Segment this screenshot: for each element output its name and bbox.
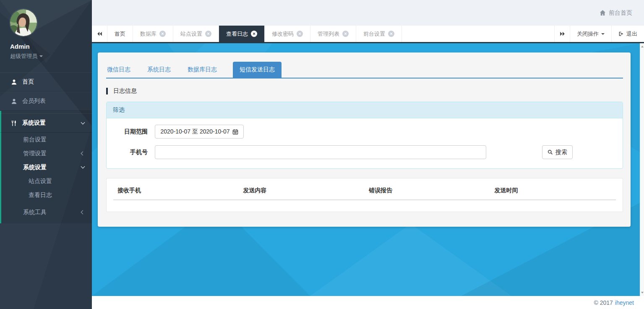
sidebar-item-site-settings[interactable]: 站点设置 [1,174,92,188]
cutlery-icon [11,120,17,126]
sidebar-menu: 首页 会员列表 系统设置 前台设置 管理设置 [0,72,92,223]
tab-admin-list[interactable]: 管理列表 [310,26,356,42]
tab-sms-log[interactable]: 短信发送日志 [233,62,282,78]
copyright-text: © 2017 [594,299,613,306]
close-icon[interactable] [342,31,349,37]
phone-input[interactable] [155,145,486,159]
tab-frontend-settings[interactable]: 前台设置 [356,26,402,42]
date-range-label: 日期范围 [113,128,155,136]
sidebar-item-admin-settings[interactable]: 管理设置 [1,147,92,160]
vertical-scrollbar[interactable] [640,43,644,296]
close-icon[interactable] [297,31,303,37]
tab-database-log[interactable]: 数据库日志 [187,62,218,78]
col-receive-phone: 接收手机 [113,183,239,200]
menu-spacer [1,202,92,205]
triangle-down-icon [641,292,644,293]
search-icon [548,149,553,155]
scroll-tabs-left-button[interactable] [92,26,107,42]
footer: © 2017 iheynet [92,296,644,309]
brand-link[interactable]: iheynet [615,299,634,306]
col-send-time: 发送时间 [490,183,616,200]
frontend-home-link[interactable]: 前台首页 [600,9,632,17]
log-card: 微信日志 系统日志 数据库日志 短信发送日志 日志信息 筛选 日期范围 2020… [98,52,631,227]
log-tabs: 微信日志 系统日志 数据库日志 短信发送日志 [106,62,623,79]
close-operations-dropdown[interactable]: 关闭操作 [570,26,611,42]
search-button[interactable]: 搜索 [542,145,573,159]
filter-panel: 筛选 日期范围 2020-10-07 至 2020-10-07 [106,102,623,169]
user-icon [11,98,17,105]
filter-panel-title: 筛选 [107,102,623,118]
user-role[interactable]: 超级管理员 [10,52,92,60]
close-icon[interactable] [159,31,166,37]
close-icon[interactable] [205,31,211,37]
tab-view-logs[interactable]: 查看日志 [219,26,265,42]
calendar-icon [232,129,238,135]
scroll-up-arrow[interactable] [640,44,644,49]
chevron-down-icon [81,165,85,169]
empty-row [113,200,616,205]
chevron-left-icon [81,152,85,156]
tabbar: 首页 数据库 站点设置 查看日志 修改密码 管理列表 前台设置 关闭操作 [92,26,644,43]
date-range-input[interactable]: 2020-10-07 至 2020-10-07 [155,125,244,139]
logout-button[interactable]: 退出 [611,26,644,42]
sidebar-item-system-settings-sub[interactable]: 系统设置 [1,160,92,174]
home-icon [600,10,606,16]
tab-home[interactable]: 首页 [107,26,133,42]
tab-wechat-log[interactable]: 微信日志 [106,62,131,78]
close-icon[interactable] [251,31,257,37]
scroll-down-arrow[interactable] [640,290,644,295]
double-chevron-left-icon [97,31,102,37]
close-icon[interactable] [388,31,394,37]
tabbar-right-controls: 关闭操作 退出 [554,26,644,42]
sign-out-icon [618,31,624,37]
sidebar-item-home[interactable]: 首页 [0,72,92,92]
filter-panel-body: 日期范围 2020-10-07 至 2020-10-07 [107,118,623,168]
date-range-row: 日期范围 2020-10-07 至 2020-10-07 [113,125,616,139]
col-error-report: 错误报告 [365,183,490,200]
sidebar: Admin 超级管理员 首页 会员列表 系统设置 [0,0,92,309]
user-profile: Admin 超级管理员 [0,0,92,60]
triangle-up-icon [641,46,644,47]
caret-down-icon [601,33,605,35]
sidebar-item-system-tools[interactable]: 系统工具 [1,205,92,219]
section-title: 日志信息 [106,87,623,95]
avatar-image [10,9,37,36]
content-area: 微信日志 系统日志 数据库日志 短信发送日志 日志信息 筛选 日期范围 2020… [92,43,640,296]
tab-change-password[interactable]: 修改密码 [265,26,310,42]
log-table-panel: 接收手机 发送内容 错误报告 发送时间 [106,178,623,212]
avatar[interactable] [10,9,37,36]
sidebar-item-frontend-settings[interactable]: 前台设置 [1,133,92,147]
user-icon [11,79,17,85]
topbar: 前台首页 [92,0,644,26]
tab-system-log[interactable]: 系统日志 [146,62,172,78]
table-header-row: 接收手机 发送内容 错误报告 发送时间 [113,183,616,200]
sidebar-tree-system-settings: 系统设置 前台设置 管理设置 系统设置 站点设置 查看日志 系统工具 [0,111,92,223]
log-table: 接收手机 发送内容 错误报告 发送时间 [113,183,616,205]
caret-down-icon [39,55,43,57]
col-send-content: 发送内容 [239,183,365,200]
tab-site-settings[interactable]: 站点设置 [173,26,219,42]
phone-label: 手机号 [113,149,155,156]
sidebar-item-members[interactable]: 会员列表 [0,92,92,111]
chevron-down-icon [81,120,85,124]
tab-database[interactable]: 数据库 [133,26,173,42]
sidebar-item-system-settings[interactable]: 系统设置 [0,113,92,133]
phone-row: 手机号 搜索 [113,145,616,159]
chevron-left-icon [81,210,85,215]
double-chevron-right-icon [560,31,565,37]
user-name: Admin [10,43,92,50]
scroll-tabs-right-button[interactable] [554,26,570,42]
sidebar-item-view-logs[interactable]: 查看日志 [1,188,92,202]
